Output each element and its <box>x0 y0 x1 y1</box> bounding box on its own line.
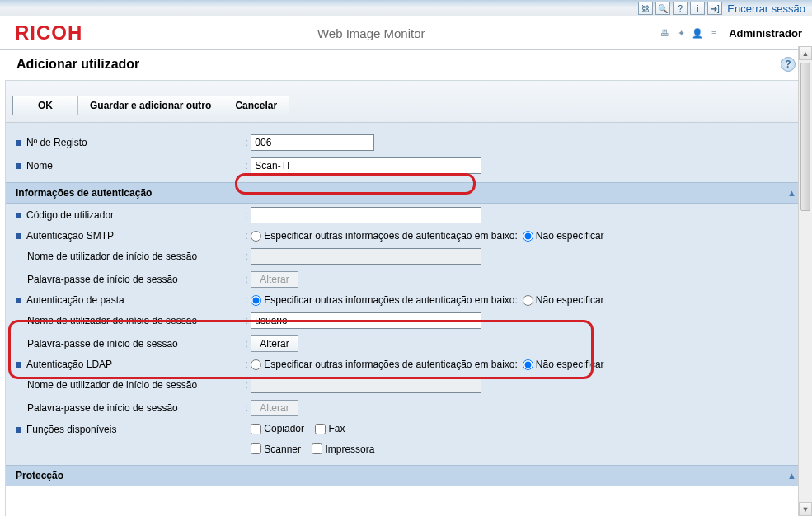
vertical-scrollbar[interactable]: ▲ ▼ <box>798 46 812 516</box>
user-role: Administrador <box>729 27 802 40</box>
reg-no-label: Nº de Registo <box>26 137 87 148</box>
ldap-auth-label: Autenticação LDAP <box>26 359 112 370</box>
collapse-up-icon[interactable]: ▲ <box>787 471 796 481</box>
help-question-icon[interactable]: ? <box>673 2 688 15</box>
protection-section-header[interactable]: Protecção ▲ <box>6 465 806 486</box>
cancel-button[interactable]: Cancelar <box>223 96 289 115</box>
ldap-username-label: Nome de utilizador de início de sessão <box>27 379 197 391</box>
status-printer-icon: 🖶 <box>659 28 669 38</box>
folder-auth-label: Autenticação de pasta <box>26 294 124 306</box>
ldap-change-password-button: Alterar <box>251 400 298 416</box>
status-network-icon: ✦ <box>676 28 686 38</box>
func-copier-checkbox[interactable]: Copiador <box>251 423 304 434</box>
search-icon[interactable]: 🔍 <box>655 2 670 15</box>
page-title: Adicionar utilizador <box>16 57 139 72</box>
header: RICOH Web Image Monitor 🖶 ✦ 👤 ≡ Administ… <box>0 16 812 50</box>
smtp-username-input <box>251 248 481 265</box>
form-area: Nº de Registo : Nome : Informações de au… <box>6 123 806 486</box>
smtp-specify-radio[interactable]: Especificar outras informações de autent… <box>251 230 518 242</box>
smtp-auth-label: Autenticação SMTP <box>26 230 114 242</box>
name-label: Nome <box>26 160 53 171</box>
folder-username-label: Nome de utilizador de início de sessão <box>27 315 197 326</box>
topbar: ⛓ 🔍 ? i ➜] Encerrar sessão <box>0 0 812 16</box>
content-area: OK Guardar e adicionar outro Cancelar Nº… <box>5 80 807 516</box>
func-printer-checkbox[interactable]: Impressora <box>312 443 374 455</box>
scroll-down-arrow-icon[interactable]: ▼ <box>799 502 812 516</box>
folder-specify-radio[interactable]: Especificar outras informações de autent… <box>251 294 518 306</box>
page-title-bar: Adicionar utilizador ? <box>0 50 812 80</box>
func-fax-checkbox[interactable]: Fax <box>315 423 345 434</box>
smtp-notspecify-radio[interactable]: Não especificar <box>523 230 604 242</box>
auth-section-title: Informações de autenticação <box>16 187 152 199</box>
ldap-username-input <box>251 377 481 393</box>
name-input[interactable] <box>251 157 481 174</box>
reg-no-input[interactable] <box>251 134 374 151</box>
folder-notspecify-radio[interactable]: Não especificar <box>523 294 604 306</box>
action-button-group: OK Guardar e adicionar outro Cancelar <box>12 96 289 115</box>
ldap-notspecify-radio[interactable]: Não especificar <box>523 359 604 370</box>
save-add-another-button[interactable]: Guardar e adicionar outro <box>78 96 223 115</box>
folder-change-password-button[interactable]: Alterar <box>251 335 298 352</box>
header-status: 🖶 ✦ 👤 ≡ Administrador <box>659 27 802 40</box>
help-icon[interactable]: ? <box>781 57 796 72</box>
scroll-thumb[interactable] <box>800 63 810 211</box>
status-list-icon: ≡ <box>709 28 719 38</box>
scroll-up-arrow-icon[interactable]: ▲ <box>799 46 812 60</box>
folder-password-label: Palavra-passe de início de sessão <box>27 338 178 349</box>
protection-section-title: Protecção <box>16 470 63 481</box>
smtp-username-label: Nome de utilizador de início de sessão <box>27 251 197 262</box>
available-functions-label: Funções disponíveis <box>26 424 116 435</box>
folder-username-input[interactable] <box>251 312 481 329</box>
topbar-icons: ⛓ 🔍 ? i ➜] Encerrar sessão <box>638 2 805 15</box>
ldap-specify-radio[interactable]: Especificar outras informações de autent… <box>251 359 518 370</box>
user-code-input[interactable] <box>251 207 481 223</box>
info-icon[interactable]: i <box>690 2 705 15</box>
ldap-password-label: Palavra-passe de início de sessão <box>27 402 178 414</box>
func-scanner-checkbox[interactable]: Scanner <box>251 443 301 455</box>
action-bar: OK Guardar e adicionar outro Cancelar <box>6 81 806 123</box>
ok-button[interactable]: OK <box>13 96 78 115</box>
auth-section-header[interactable]: Informações de autenticação ▲ <box>6 182 806 204</box>
logout-link[interactable]: Encerrar sessão <box>727 2 805 15</box>
logo: RICOH <box>15 21 82 45</box>
logout-icon[interactable]: ➜] <box>707 2 722 15</box>
smtp-password-label: Palavra-passe de início de sessão <box>27 274 178 285</box>
collapse-up-icon[interactable]: ▲ <box>787 188 796 198</box>
smtp-change-password-button: Alterar <box>251 271 298 288</box>
user-code-label: Código de utilizador <box>26 209 114 221</box>
status-user-icon: 👤 <box>692 28 702 38</box>
app-subtitle: Web Image Monitor <box>82 26 659 40</box>
link-icon[interactable]: ⛓ <box>638 2 653 15</box>
